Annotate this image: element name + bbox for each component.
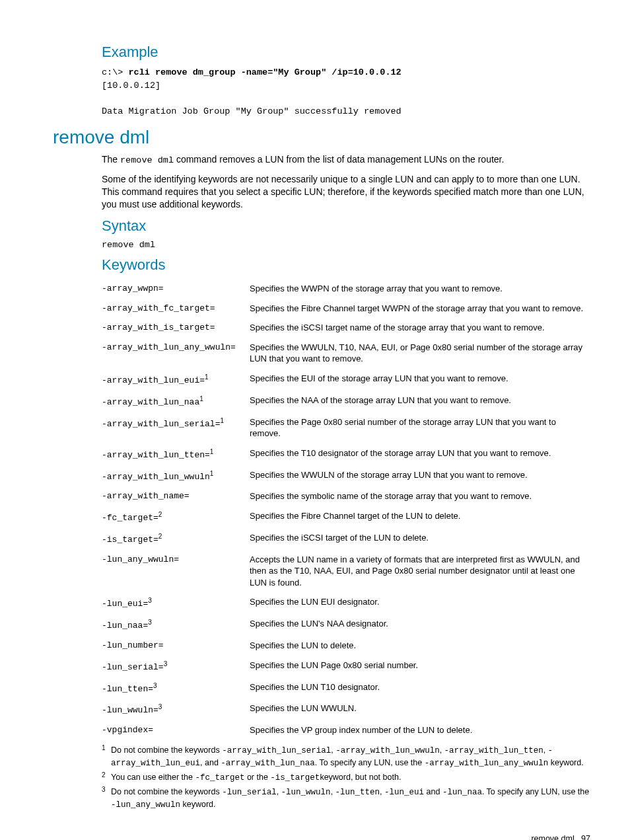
keyword-description: Specifies the WWPN of the storage array … <box>250 279 590 299</box>
example-command: rcli remove dm_group -name="My Group" /i… <box>129 67 402 77</box>
keyword-name: -array_with_fc_target= <box>102 299 250 319</box>
keyword-description: Specifies the T10 designator of the stor… <box>250 443 590 465</box>
example-prompt: c:\> <box>102 67 129 77</box>
keyword-footnote-ref: 2 <box>158 511 162 518</box>
keyword-description: Specifies the iSCSI target of the LUN to… <box>250 528 590 550</box>
keyword-description: Specifies the Fibre Channel target WWPN … <box>250 299 590 319</box>
keyword-description: Accepts the LUN name in a variety of for… <box>250 550 590 593</box>
keyword-name: -array_with_lun_naa1 <box>102 391 250 412</box>
keyword-footnote-ref: 1 <box>210 448 214 455</box>
footer-page: 97 <box>581 834 590 841</box>
keyword-row: -array_with_lun_any_wwuln=Specifies the … <box>102 338 590 369</box>
keyword-description: Specifies the iSCSI target name of the s… <box>250 318 590 338</box>
keyword-row: -vpgindex=Specifies the VP group index n… <box>102 720 590 740</box>
footer-label: remove dml <box>531 834 574 841</box>
keyword-description: Specifies the Fibre Channel target of th… <box>250 506 590 528</box>
keyword-description: Specifies the LUN T10 designator. <box>250 677 590 699</box>
intro-paragraph-2: Some of the identifying keywords are not… <box>102 173 590 211</box>
section-title: remove dml <box>53 127 590 148</box>
keyword-row: -array_wwpn=Specifies the WWPN of the st… <box>102 279 590 299</box>
keyword-row: -lun_wwuln=3Specifies the LUN WWULN. <box>102 699 590 720</box>
keyword-row: -array_with_lun_tten=1Specifies the T10 … <box>102 443 590 465</box>
keyword-description: Specifies the NAA of the storage array L… <box>250 391 590 412</box>
syntax-text: remove dml <box>102 240 590 250</box>
keyword-name: -array_wwpn= <box>102 279 250 299</box>
keyword-name: -lun_any_wwuln= <box>102 550 250 593</box>
keyword-footnote-ref: 1 <box>220 417 224 424</box>
keyword-footnote-ref: 3 <box>153 682 157 689</box>
keyword-description: Specifies the LUN's NAA designator. <box>250 614 590 636</box>
intro-cmd: remove dml <box>120 155 174 165</box>
keyword-name: -fc_target=2 <box>102 506 250 528</box>
keyword-description: Specifies the EUI of the storage array L… <box>250 369 590 391</box>
keyword-row: -lun_naa=3Specifies the LUN's NAA design… <box>102 614 590 636</box>
keyword-name: -array_with_is_target= <box>102 318 250 338</box>
keyword-footnote-ref: 2 <box>158 533 162 540</box>
keyword-row: -lun_any_wwuln=Accepts the LUN name in a… <box>102 550 590 593</box>
footnotes: 1 Do not combine the keywords -array_wit… <box>102 744 590 812</box>
keywords-heading: Keywords <box>102 256 590 274</box>
keyword-name: -lun_serial=3 <box>102 656 250 677</box>
example-heading: Example <box>102 44 590 61</box>
keyword-name: -vpgindex= <box>102 720 250 740</box>
keyword-footnote-ref: 3 <box>164 660 168 668</box>
footnote-1: 1 Do not combine the keywords -array_wit… <box>102 744 590 769</box>
keyword-name: -lun_eui=3 <box>102 592 250 614</box>
example-output-0: [10.0.0.12] <box>102 81 160 91</box>
keyword-name: -array_with_lun_serial=1 <box>102 412 250 443</box>
keyword-footnote-ref: 3 <box>148 597 152 604</box>
keyword-name: -array_with_lun_wwuln1 <box>102 465 250 487</box>
intro-paragraph: The remove dml command removes a LUN fro… <box>102 153 590 167</box>
keyword-name: -array_with_name= <box>102 486 250 506</box>
keyword-name: -lun_naa=3 <box>102 614 250 636</box>
keyword-row: -array_with_fc_target=Specifies the Fibr… <box>102 299 590 319</box>
keyword-description: Specifies the LUN EUI designator. <box>250 592 590 614</box>
keyword-row: -array_with_name=Specifies the symbolic … <box>102 486 590 506</box>
keyword-description: Specifies the Page 0x80 serial number of… <box>250 412 590 443</box>
keyword-description: Specifies the LUN Page 0x80 serial numbe… <box>250 656 590 677</box>
footnote-3: 3 Do not combine the keywords -lun_seria… <box>102 786 590 811</box>
keyword-description: Specifies the LUN to delete. <box>250 636 590 656</box>
keyword-description: Specifies the symbolic name of the stora… <box>250 486 590 506</box>
keyword-row: -array_with_lun_eui=1Specifies the EUI o… <box>102 369 590 391</box>
keyword-row: -array_with_lun_naa1Specifies the NAA of… <box>102 391 590 412</box>
example-output-2: Data Migration Job Group "My Group" succ… <box>102 106 402 116</box>
keyword-row: -lun_tten=3Specifies the LUN T10 designa… <box>102 677 590 699</box>
keyword-footnote-ref: 3 <box>158 703 162 710</box>
keyword-row: -lun_eui=3Specifies the LUN EUI designat… <box>102 592 590 614</box>
keyword-row: -array_with_lun_wwuln1Specifies the WWUL… <box>102 465 590 487</box>
keyword-name: -array_with_lun_any_wwuln= <box>102 338 250 369</box>
keyword-description: Specifies the WWULN of the storage array… <box>250 465 590 487</box>
keyword-name: -lun_number= <box>102 636 250 656</box>
keyword-description: Specifies the LUN WWULN. <box>250 699 590 720</box>
keyword-row: -lun_serial=3Specifies the LUN Page 0x80… <box>102 656 590 677</box>
keyword-name: -array_with_lun_tten=1 <box>102 443 250 465</box>
syntax-heading: Syntax <box>102 217 590 235</box>
keyword-row: -array_with_is_target=Specifies the iSCS… <box>102 318 590 338</box>
keyword-row: -array_with_lun_serial=1Specifies the Pa… <box>102 412 590 443</box>
footnote-2: 2 You can use either the -fc_target or t… <box>102 771 590 784</box>
keyword-name: -is_target=2 <box>102 528 250 550</box>
page-footer: remove dml 97 <box>53 834 590 841</box>
keyword-row: -is_target=2Specifies the iSCSI target o… <box>102 528 590 550</box>
keyword-description: Specifies the WWULN, T10, NAA, EUI, or P… <box>250 338 590 369</box>
example-codeblock: c:\> rcli remove dm_group -name="My Grou… <box>102 66 590 118</box>
keyword-footnote-ref: 1 <box>199 395 203 402</box>
keyword-description: Specifies the VP group index number of t… <box>250 720 590 740</box>
keyword-name: -lun_tten=3 <box>102 677 250 699</box>
keyword-footnote-ref: 3 <box>148 619 152 626</box>
keywords-table: -array_wwpn=Specifies the WWPN of the st… <box>102 279 590 740</box>
keyword-row: -lun_number=Specifies the LUN to delete. <box>102 636 590 656</box>
keyword-footnote-ref: 1 <box>205 373 209 381</box>
keyword-name: -lun_wwuln=3 <box>102 699 250 720</box>
keyword-row: -fc_target=2Specifies the Fibre Channel … <box>102 506 590 528</box>
keyword-footnote-ref: 1 <box>210 470 214 477</box>
keyword-name: -array_with_lun_eui=1 <box>102 369 250 391</box>
